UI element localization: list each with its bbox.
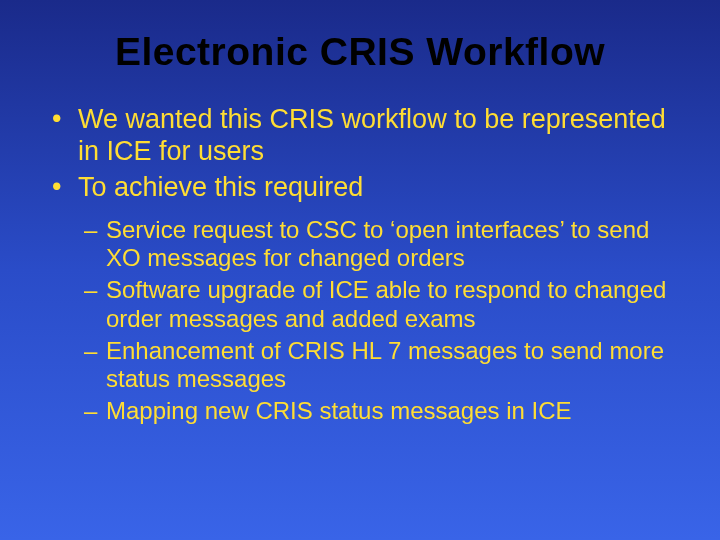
- sub-bullet-item: Enhancement of CRIS HL 7 messages to sen…: [84, 337, 680, 394]
- bullet-item: We wanted this CRIS workflow to be repre…: [50, 104, 680, 168]
- bullet-list-level-1: We wanted this CRIS workflow to be repre…: [50, 104, 680, 204]
- sub-bullet-item: Service request to CSC to ‘open interfac…: [84, 216, 680, 273]
- sub-bullet-item: Mapping new CRIS status messages in ICE: [84, 397, 680, 425]
- bullet-list-level-2: Service request to CSC to ‘open interfac…: [84, 216, 680, 426]
- sub-bullet-item: Software upgrade of ICE able to respond …: [84, 276, 680, 333]
- bullet-item: To achieve this required: [50, 172, 680, 204]
- slide: Electronic CRIS Workflow We wanted this …: [0, 0, 720, 540]
- slide-title: Electronic CRIS Workflow: [40, 30, 680, 74]
